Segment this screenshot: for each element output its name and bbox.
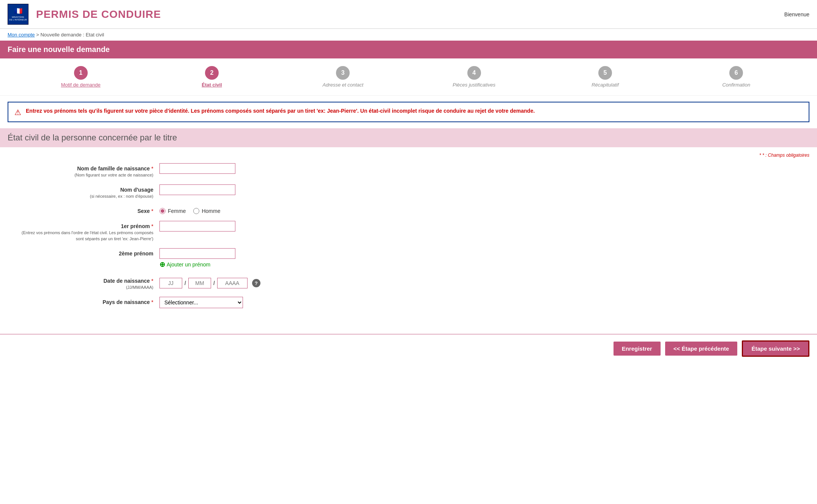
- step-3-label: Adresse et contact: [322, 82, 363, 88]
- header: 🇫🇷 MINISTÈREDE L'INTÉRIEUR PERMIS DE CON…: [0, 0, 817, 29]
- form-container: Nom de famille de naissance * (Nom figur…: [0, 159, 817, 326]
- date-naissance-label: Date de naissance: [103, 278, 150, 284]
- pays-naissance-row: Pays de naissance * Sélectionner...: [15, 297, 802, 308]
- etape-precedente-button[interactable]: << Étape précédente: [665, 342, 738, 356]
- etape-suivante-button[interactable]: Étape suivante >>: [742, 340, 809, 357]
- page-title: PERMIS DE CONDUIRE: [36, 8, 161, 20]
- footer-buttons: Enregistrer << Étape précédente Étape su…: [0, 334, 817, 363]
- breadcrumb-account-link[interactable]: Mon compte: [8, 32, 35, 38]
- date-sep-1: /: [185, 280, 186, 286]
- pays-naissance-select[interactable]: Sélectionner...: [159, 297, 243, 308]
- warning-box: ⚠ Entrez vos prénoms tels qu'ils figuren…: [8, 102, 809, 122]
- breadcrumb-separator: >: [36, 32, 40, 38]
- nom-usage-row: Nom d'usage (si nécessaire, ex : nom d'é…: [15, 184, 802, 199]
- nom-famille-row: Nom de famille de naissance * (Nom figur…: [15, 163, 802, 178]
- nom-usage-input[interactable]: [159, 184, 235, 195]
- nom-famille-label-col: Nom de famille de naissance * (Nom figur…: [15, 163, 159, 178]
- step-5: 5 Récapitulatif: [539, 66, 670, 88]
- sexe-homme-label: Homme: [202, 208, 220, 214]
- date-annee-input[interactable]: [217, 278, 248, 288]
- premier-prenom-row: 1er prénom * (Entrez vos prénoms dans l'…: [15, 221, 802, 241]
- warning-icon: ⚠: [14, 108, 21, 117]
- logo-text: MINISTÈREDE L'INTÉRIEUR: [9, 16, 27, 21]
- pays-naissance-label: Pays de naissance: [103, 299, 150, 305]
- date-naissance-row: Date de naissance * (JJ/MM/AAAA) / / ?: [15, 276, 802, 290]
- step-6-circle: 6: [729, 66, 743, 80]
- page-heading: Faire une nouvelle demande: [0, 41, 817, 58]
- date-naissance-label-col: Date de naissance * (JJ/MM/AAAA): [15, 276, 159, 290]
- date-naissance-group: / / ?: [159, 276, 260, 288]
- required-note: * * : Champs obligatoires: [0, 151, 817, 159]
- step-6: 6 Confirmation: [671, 66, 802, 88]
- deuxieme-prenom-input[interactable]: [159, 248, 235, 259]
- step-1-circle: 1: [74, 66, 88, 80]
- step-6-label: Confirmation: [722, 82, 750, 88]
- deuxieme-prenom-label-col: 2ème prénom: [15, 248, 159, 257]
- pays-naissance-label-col: Pays de naissance *: [15, 297, 159, 305]
- deuxieme-prenom-col: ⊕ Ajouter un prénom: [159, 248, 235, 269]
- step-1-label: Motif de demande: [61, 82, 101, 88]
- section-heading: État civil de la personne concernée par …: [0, 128, 817, 147]
- enregistrer-button[interactable]: Enregistrer: [614, 342, 661, 356]
- sexe-label-col: Sexe *: [15, 206, 159, 214]
- nom-usage-label: Nom d'usage: [120, 187, 153, 193]
- date-jour-input[interactable]: [159, 278, 182, 288]
- step-5-circle: 5: [598, 66, 612, 80]
- premier-prenom-sublabel: (Entrez vos prénoms dans l'ordre de l'ét…: [22, 230, 153, 241]
- deuxieme-prenom-label: 2ème prénom: [119, 250, 153, 257]
- sexe-label: Sexe: [137, 208, 150, 214]
- sexe-row: Sexe * Femme Homme: [15, 206, 802, 214]
- logo-box: 🇫🇷 MINISTÈREDE L'INTÉRIEUR: [8, 4, 28, 25]
- ajouter-prenom-button[interactable]: ⊕ Ajouter un prénom: [159, 259, 235, 269]
- step-3: 3 Adresse et contact: [278, 66, 408, 88]
- sexe-radio-group: Femme Homme: [159, 206, 220, 214]
- nom-famille-sublabel: (Nom figurant sur votre acte de naissanc…: [74, 173, 153, 177]
- nom-famille-input[interactable]: [159, 163, 235, 174]
- step-2-circle: 2: [205, 66, 219, 80]
- step-1[interactable]: 1 Motif de demande: [15, 66, 146, 88]
- breadcrumb-current: Nouvelle demande : Etat civil: [40, 32, 104, 38]
- step-2[interactable]: 2 État civil: [146, 66, 277, 88]
- nom-usage-sublabel: (si nécessaire, ex : nom d'épouse): [90, 194, 153, 198]
- step-2-label: État civil: [202, 82, 222, 88]
- premier-prenom-label: 1er prénom: [121, 223, 150, 229]
- step-4-label: Pièces justificatives: [453, 82, 495, 88]
- step-5-label: Récapitulatif: [591, 82, 619, 88]
- sexe-homme-option[interactable]: Homme: [193, 208, 220, 214]
- date-help-icon[interactable]: ?: [252, 279, 260, 287]
- stepper: 1 Motif de demande 2 État civil 3 Adress…: [0, 58, 817, 96]
- nom-usage-label-col: Nom d'usage (si nécessaire, ex : nom d'é…: [15, 184, 159, 199]
- ajouter-prenom-label: Ajouter un prénom: [167, 261, 210, 268]
- add-prenom-plus-icon: ⊕: [159, 260, 165, 269]
- nom-famille-label: Nom de famille de naissance: [77, 165, 150, 172]
- breadcrumb: Mon compte > Nouvelle demande : Etat civ…: [0, 29, 817, 41]
- header-logo: 🇫🇷 MINISTÈREDE L'INTÉRIEUR: [8, 4, 28, 25]
- sexe-femme-option[interactable]: Femme: [159, 208, 186, 214]
- sexe-femme-radio[interactable]: [159, 208, 166, 214]
- step-3-circle: 3: [336, 66, 350, 80]
- warning-text: Entrez vos prénoms tels qu'ils figurent …: [26, 107, 535, 115]
- date-naissance-sublabel: (JJ/MM/AAAA): [126, 285, 153, 290]
- date-mois-input[interactable]: [188, 278, 211, 288]
- deuxieme-prenom-row: 2ème prénom ⊕ Ajouter un prénom: [15, 248, 802, 269]
- logo-flag: 🇫🇷: [14, 7, 22, 16]
- premier-prenom-label-col: 1er prénom * (Entrez vos prénoms dans l'…: [15, 221, 159, 241]
- date-sep-2: /: [213, 280, 215, 286]
- welcome-text: Bienvenue: [784, 11, 809, 17]
- step-4-circle: 4: [467, 66, 481, 80]
- step-4: 4 Pièces justificatives: [408, 66, 539, 88]
- sexe-homme-radio[interactable]: [193, 208, 199, 214]
- sexe-femme-label: Femme: [168, 208, 186, 214]
- premier-prenom-input[interactable]: [159, 221, 235, 232]
